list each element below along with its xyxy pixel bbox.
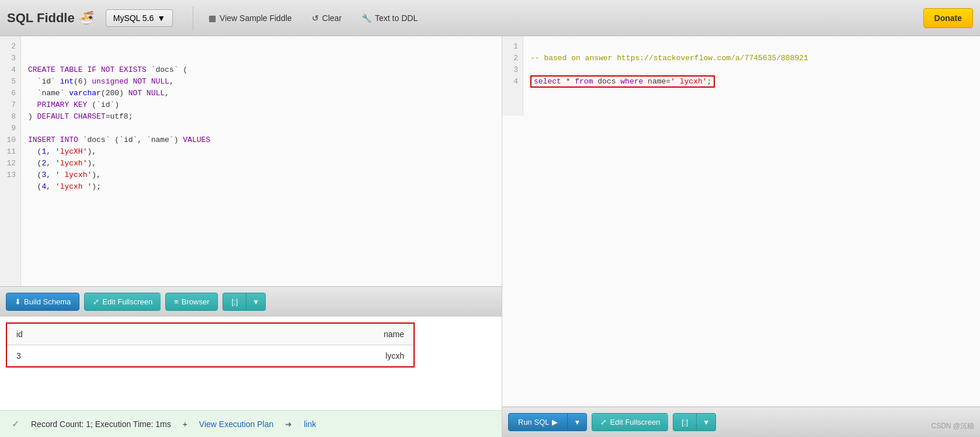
semicolon-split-right: [;] ▼ xyxy=(673,413,716,431)
table-icon: ▦ xyxy=(208,13,216,23)
semicolon-arrow-right[interactable]: ▼ xyxy=(696,413,716,431)
play-icon: ▶ xyxy=(552,418,558,426)
query-code-editor[interactable]: 1 2 3 4 -- based on answer https://stack… xyxy=(502,36,980,116)
results-area: id name 3 lycxh xyxy=(0,317,502,410)
check-icon: ✓ xyxy=(12,418,19,429)
plus-icon: + xyxy=(183,419,187,429)
db-selector-label: MySQL 5.6 xyxy=(113,13,154,23)
query-line-numbers: 1 2 3 4 xyxy=(502,36,523,116)
refresh-icon: ↺ xyxy=(312,13,319,23)
chevron-down-icon: ▼ xyxy=(157,13,165,23)
schema-toolbar: ⬇ Build Schema ⤢ Edit Fullscreen ≡ Brows… xyxy=(0,286,502,317)
watermark: CSDN @沉稳 xyxy=(931,421,974,431)
logo-text: SQL Fiddle xyxy=(7,11,75,26)
browser-button[interactable]: ≡ Browser xyxy=(165,293,218,311)
build-icon: ⬇ xyxy=(15,297,21,306)
highlighted-query: select * from docs where name=' lycxh'; xyxy=(530,75,715,88)
cell-id: 3 xyxy=(7,345,166,367)
build-schema-label: Build Schema xyxy=(24,297,71,306)
donate-button[interactable]: Donate xyxy=(923,8,973,28)
semicolon-label-right: [;] xyxy=(682,418,688,426)
browser-label: Browser xyxy=(182,297,210,306)
arrow-right-icon: ➜ xyxy=(285,419,292,429)
query-toolbar: Run SQL ▶ ▼ ⤢ Edit Fullscreen [;] ▼ xyxy=(502,407,980,437)
run-sql-arrow[interactable]: ▼ xyxy=(567,413,587,431)
col-name-header: name xyxy=(166,324,413,345)
semicolon-arrow-left[interactable]: ▼ xyxy=(246,293,266,311)
header: SQL Fiddle 🍜 MySQL 5.6 ▼ ▦ View Sample F… xyxy=(0,0,980,36)
cell-name: lycxh xyxy=(166,345,413,367)
semicolon-button-left[interactable]: [;] xyxy=(223,293,246,311)
line-numbers: 2 3 4 5 6 7 8 9 10 11 12 13 xyxy=(0,36,21,286)
view-sample-label: View Sample Fiddle xyxy=(220,13,291,23)
table-row: 3 lycxh xyxy=(7,345,413,367)
semicolon-split-left: [;] ▼ xyxy=(223,293,266,311)
schema-code-editor[interactable]: 2 3 4 5 6 7 8 9 10 11 12 13 CREATE TABLE… xyxy=(0,36,502,286)
left-panel: 2 3 4 5 6 7 8 9 10 11 12 13 CREATE TABLE… xyxy=(0,36,502,437)
main-content: 2 3 4 5 6 7 8 9 10 11 12 13 CREATE TABLE… xyxy=(0,36,980,437)
col-id-header: id xyxy=(7,324,166,345)
link-anchor[interactable]: link xyxy=(304,419,316,429)
edit-fullscreen-split: ⤢ Edit Fullscreen xyxy=(84,293,161,311)
text-to-ddl-button[interactable]: 🔧 Text to DDL xyxy=(355,9,425,27)
wrench-icon: 🔧 xyxy=(362,13,371,23)
clear-button[interactable]: ↺ Clear xyxy=(305,9,349,27)
edit-fullscreen-right-button[interactable]: ⤢ Edit Fullscreen xyxy=(592,413,668,431)
edit-fullscreen-button[interactable]: ⤢ Edit Fullscreen xyxy=(84,293,161,311)
query-editor-area[interactable]: 1 2 3 4 -- based on answer https://stack… xyxy=(502,36,980,407)
fullscreen-right-icon: ⤢ xyxy=(600,418,607,426)
build-schema-button[interactable]: ⬇ Build Schema xyxy=(6,293,79,311)
donate-label: Donate xyxy=(934,13,962,23)
schema-editor-area[interactable]: 2 3 4 5 6 7 8 9 10 11 12 13 CREATE TABLE… xyxy=(0,36,502,286)
text-to-ddl-label: Text to DDL xyxy=(375,13,418,23)
edit-fullscreen-right-split: ⤢ Edit Fullscreen xyxy=(592,413,668,431)
right-panel: 1 2 3 4 -- based on answer https://stack… xyxy=(502,36,980,437)
separator xyxy=(193,6,193,30)
fullscreen-icon: ⤢ xyxy=(93,297,99,306)
run-sql-button[interactable]: Run SQL ▶ xyxy=(508,413,567,431)
logo: SQL Fiddle 🍜 xyxy=(7,11,94,26)
semicolon-label-left: [;] xyxy=(231,297,238,306)
db-selector[interactable]: MySQL 5.6 ▼ xyxy=(106,9,173,27)
run-sql-split: Run SQL ▶ ▼ xyxy=(508,413,587,431)
browser-icon: ≡ xyxy=(174,297,179,306)
status-bar: ✓ Record Count: 1; Execution Time: 1ms +… xyxy=(0,410,502,437)
edit-fullscreen-label: Edit Fullscreen xyxy=(102,297,152,306)
semicolon-button-right[interactable]: [;] xyxy=(673,413,696,431)
record-count-text: Record Count: 1; Execution Time: 1ms xyxy=(31,419,171,429)
clear-label: Clear xyxy=(322,13,342,23)
view-sample-button[interactable]: ▦ View Sample Fiddle xyxy=(201,9,298,27)
logo-icon: 🍜 xyxy=(78,11,94,26)
schema-code-content[interactable]: CREATE TABLE IF NOT EXISTS `docs` ( `id`… xyxy=(21,36,502,286)
results-header-row: id name xyxy=(7,324,413,345)
run-sql-label: Run SQL xyxy=(518,418,549,426)
query-code-content[interactable]: -- based on answer https://stackoverflow… xyxy=(523,36,980,116)
view-execution-link[interactable]: View Execution Plan xyxy=(199,419,273,429)
results-table-wrapper: id name 3 lycxh xyxy=(6,322,415,367)
results-table: id name 3 lycxh xyxy=(7,324,413,366)
edit-fullscreen-right-label: Edit Fullscreen xyxy=(610,418,660,426)
